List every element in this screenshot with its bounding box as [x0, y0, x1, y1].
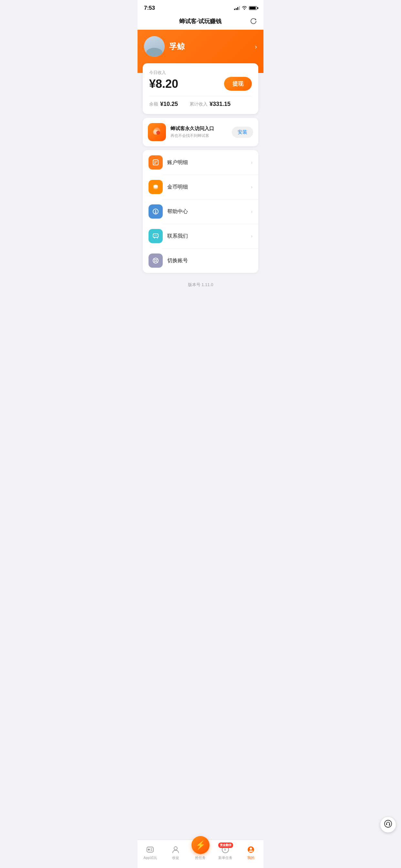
svg-point-13 — [156, 236, 157, 236]
menu-item-help-center[interactable]: 帮助中心 › — [143, 199, 258, 224]
menu-item-account-detail[interactable]: 账户明细 › — [143, 150, 258, 175]
contact-us-label: 联系我们 — [167, 233, 246, 240]
signal-icon — [234, 6, 240, 10]
svg-rect-6 — [154, 163, 156, 164]
refresh-button[interactable] — [250, 18, 257, 27]
svg-point-12 — [155, 236, 156, 236]
svg-point-9 — [155, 210, 156, 211]
svg-point-2 — [156, 131, 160, 135]
avatar — [144, 36, 165, 57]
help-center-chevron: › — [251, 209, 252, 214]
account-detail-chevron: › — [251, 160, 252, 165]
install-subtitle: 再也不会找不到蝉试客 — [171, 133, 227, 138]
balance-label: 余额 — [149, 101, 158, 107]
svg-rect-4 — [154, 161, 157, 162]
help-center-label: 帮助中心 — [167, 208, 246, 215]
gold-detail-icon — [149, 180, 163, 194]
app-title: 蝉试客·试玩赚钱 — [179, 18, 221, 25]
menu-item-switch-account[interactable]: 切换账号 — [143, 248, 258, 273]
withdraw-button[interactable]: 提现 — [224, 77, 252, 91]
status-bar: 7:53 — [137, 0, 264, 14]
today-row: ¥8.20 提现 — [149, 77, 252, 91]
help-center-icon — [149, 205, 163, 219]
balance-amount: ¥10.25 — [160, 101, 178, 107]
cumulative-amount: ¥331.15 — [210, 101, 230, 107]
svg-rect-5 — [154, 162, 156, 163]
install-title: 蝉试客永久访问入口 — [171, 126, 227, 132]
menu-card: 账户明细 › 金币明细 › 帮 — [143, 150, 258, 273]
wifi-icon — [242, 6, 247, 11]
install-banner: 蝉试客永久访问入口 再也不会找不到蝉试客 安装 — [143, 118, 258, 146]
install-text: 蝉试客永久访问入口 再也不会找不到蝉试客 — [171, 126, 227, 138]
gold-detail-label: 金币明细 — [167, 184, 246, 190]
svg-point-11 — [154, 236, 155, 236]
cumulative-label: 累计收入 — [189, 101, 208, 107]
version-text: 版本号 1.11.0 — [137, 277, 264, 293]
app-header: 蝉试客·试玩赚钱 — [137, 14, 264, 30]
switch-account-icon — [149, 253, 163, 268]
status-icons — [234, 6, 257, 11]
earnings-card: 今日收入 ¥8.20 提现 余额 ¥10.25 累计收入 ¥331.15 — [143, 63, 258, 114]
install-button[interactable]: 安装 — [232, 127, 253, 138]
banner-arrow-right: › — [255, 43, 257, 51]
menu-item-contact-us[interactable]: 联系我们 › — [143, 224, 258, 248]
gold-detail-chevron: › — [251, 184, 252, 190]
balance-row: 余额 ¥10.25 累计收入 ¥331.15 — [149, 96, 252, 107]
menu-item-gold-detail[interactable]: 金币明细 › — [143, 175, 258, 199]
username-text: 孚鲸 — [169, 41, 250, 52]
account-detail-label: 账户明细 — [167, 159, 246, 166]
battery-icon — [249, 6, 257, 10]
contact-us-chevron: › — [251, 234, 252, 239]
today-amount: ¥8.20 — [149, 77, 178, 91]
today-label: 今日收入 — [149, 70, 252, 75]
install-app-icon — [148, 123, 166, 141]
status-time: 7:53 — [144, 5, 155, 11]
account-detail-icon — [149, 155, 163, 169]
contact-us-icon — [149, 229, 163, 243]
switch-account-label: 切换账号 — [167, 257, 252, 264]
